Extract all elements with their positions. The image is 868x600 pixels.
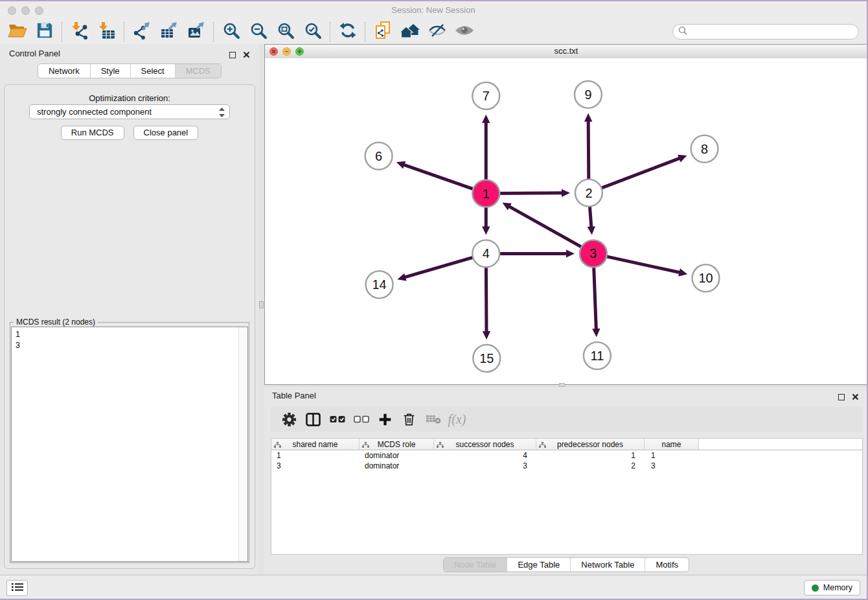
cell-predecessor-nodes: 1 [536, 451, 645, 460]
window-title: Session: New Session [0, 1, 867, 19]
memory-button[interactable]: Memory [804, 580, 860, 595]
refresh-layout-button[interactable] [334, 21, 361, 43]
table-toolbar: f(x) [271, 407, 863, 432]
list-icon [12, 583, 23, 594]
export-network-button[interactable] [128, 21, 155, 43]
home-view-button[interactable] [396, 21, 424, 43]
graph-arrowhead [678, 268, 687, 276]
home-view-icon [400, 22, 420, 41]
import-table-button[interactable] [93, 21, 120, 43]
add-column-button[interactable] [373, 409, 397, 430]
status-bar: Memory [0, 575, 867, 599]
tab-style[interactable]: Style [90, 64, 130, 78]
graph-node-label: 14 [372, 277, 387, 292]
export-image-button[interactable] [183, 21, 210, 43]
graph-node-label: 8 [701, 142, 708, 156]
network-zoom-button[interactable] [295, 47, 304, 56]
table-row[interactable]: 1 dominator 4 1 1 [271, 450, 862, 461]
network-canvas[interactable]: 7968124314101511 [265, 58, 867, 384]
search-input[interactable] [691, 27, 853, 38]
column-label: shared name [292, 440, 337, 449]
window-minimize-button[interactable] [21, 6, 30, 15]
graph-node-label: 2 [585, 186, 592, 200]
cell-name: 1 [645, 451, 699, 460]
mcds-tab-content: Optimization criterion: strongly connect… [4, 84, 255, 569]
graph-edge-3-1[interactable] [508, 206, 593, 253]
toolbar-separator [365, 22, 366, 41]
toggle-columns-button[interactable] [301, 409, 325, 430]
table-panel-close-button[interactable] [852, 391, 859, 403]
tab-edge-table[interactable]: Edge Table [507, 558, 570, 571]
graph-arrowhead [397, 273, 406, 281]
zoom-out-button[interactable] [245, 21, 272, 43]
settings-gear-button[interactable] [277, 409, 301, 430]
control-panel: Control Panel Network Style Select MCDS … [0, 44, 259, 575]
result-item: 3 [12, 340, 247, 351]
result-scrollbar[interactable] [238, 327, 247, 561]
column-header-shared-name[interactable]: shared name [271, 439, 360, 450]
sitemap-icon [437, 441, 444, 450]
function-builder-button[interactable]: f(x) [445, 409, 469, 430]
export-table-icon [160, 21, 178, 42]
cell-successor-nodes: 3 [434, 461, 536, 470]
run-mcds-button[interactable]: Run MCDS [61, 126, 124, 140]
export-image-icon [187, 21, 205, 42]
task-history-button[interactable] [6, 580, 28, 596]
control-panel-close-button[interactable] [243, 49, 250, 61]
delete-table-button[interactable] [421, 409, 445, 430]
mcds-result-group: MCDS result (2 nodes) 1 3 [10, 322, 249, 563]
table-row[interactable]: 3 dominator 3 2 3 [271, 461, 862, 471]
search-field[interactable] [672, 24, 859, 40]
tab-network[interactable]: Network [38, 64, 90, 78]
column-header-successor-nodes[interactable]: successor nodes [434, 439, 536, 450]
graph-node-label: 4 [483, 246, 490, 260]
save-session-button[interactable] [31, 21, 58, 43]
zoom-selected-button[interactable] [299, 21, 326, 43]
open-session-button[interactable] [4, 21, 31, 43]
cell-mcds-role: dominator [360, 451, 434, 460]
zoom-fit-button[interactable] [272, 21, 299, 43]
column-header-name[interactable]: name [645, 439, 699, 450]
show-all-button[interactable] [451, 21, 478, 43]
table-panel-float-button[interactable] [838, 394, 845, 400]
network-graph[interactable]: 7968124314101511 [265, 58, 867, 384]
toolbar-separator [330, 22, 331, 41]
column-header-predecessor-nodes[interactable]: predecessor nodes [536, 439, 645, 450]
control-panel-float-button[interactable] [229, 52, 236, 58]
table-tabs: Node Table Edge Table Network Table Moti… [264, 557, 868, 572]
import-network-icon [71, 21, 89, 42]
network-window-title: scc.txt [265, 45, 867, 58]
memory-label: Memory [823, 583, 852, 592]
column-label: predecessor nodes [557, 440, 623, 449]
zoom-in-icon [223, 22, 240, 42]
window-close-button[interactable] [8, 6, 16, 15]
cell-shared-name: 3 [271, 461, 360, 470]
select-all-button[interactable] [325, 409, 349, 430]
tab-select[interactable]: Select [130, 64, 175, 78]
tab-motifs[interactable]: Motifs [645, 558, 689, 571]
window-zoom-button[interactable] [35, 6, 43, 15]
import-network-button[interactable] [66, 21, 93, 43]
copy-network-button[interactable] [369, 21, 396, 43]
tab-node-table[interactable]: Node Table [444, 558, 507, 571]
network-window-titlebar[interactable]: scc.txt [265, 45, 867, 59]
deselect-all-button[interactable] [349, 409, 373, 430]
export-table-button[interactable] [155, 21, 183, 43]
network-minimize-button[interactable] [282, 47, 291, 56]
cell-name: 3 [645, 461, 699, 470]
hide-selected-button[interactable] [424, 21, 451, 43]
close-panel-button[interactable]: Close panel [133, 126, 199, 140]
zoom-in-button[interactable] [218, 21, 245, 43]
delete-column-button[interactable] [397, 409, 421, 430]
graph-edge-2-8[interactable] [589, 158, 680, 193]
tab-network-table[interactable]: Network Table [570, 558, 645, 571]
vertical-splitter[interactable] [259, 44, 264, 575]
network-close-button[interactable] [269, 47, 278, 56]
tab-mcds[interactable]: MCDS [175, 64, 221, 78]
table-header-row: shared name MCDS role successor nodes pr… [271, 439, 862, 450]
column-header-mcds-role[interactable]: MCDS role [360, 439, 434, 450]
graph-node-label: 7 [483, 89, 490, 103]
splitter-handle[interactable] [259, 301, 264, 308]
graph-node-label: 6 [375, 149, 382, 163]
criterion-dropdown[interactable]: strongly connected component [29, 104, 230, 119]
